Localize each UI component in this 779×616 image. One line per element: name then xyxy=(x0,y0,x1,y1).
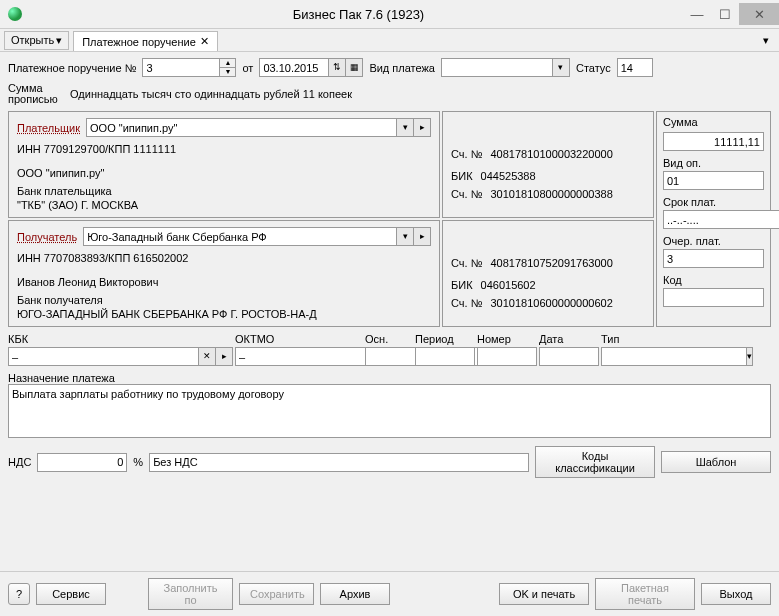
oktmo-input[interactable] xyxy=(235,347,381,366)
ocher-label: Очер. плат. xyxy=(663,235,764,247)
tab-close-icon[interactable]: ✕ xyxy=(200,35,209,48)
payee-bank-name: ЮГО-ЗАПАДНЫЙ БАНК СБЕРБАНКА РФ Г. РОСТОВ… xyxy=(17,308,431,320)
payee-lookup-icon[interactable]: ▸ xyxy=(414,227,431,246)
kbk-clear-icon[interactable]: ✕ xyxy=(199,347,216,366)
payer-label: Плательщик xyxy=(17,122,80,134)
tab-payment-order[interactable]: Платежное поручение ✕ xyxy=(73,31,218,51)
service-button[interactable]: Сервис xyxy=(36,583,106,605)
status-label: Статус xyxy=(576,62,611,74)
payee-dropdown-icon[interactable]: ▾ xyxy=(397,227,414,246)
doc-number-spinner[interactable]: ▲▼ xyxy=(220,58,236,77)
sum-words-label: Сумма прописью xyxy=(8,83,64,105)
payment-type-dropdown-icon[interactable]: ▾ xyxy=(553,58,570,77)
vid-op-input[interactable] xyxy=(663,171,764,190)
oktmo-label: ОКТМО xyxy=(235,333,363,345)
save-button[interactable]: Сохранить xyxy=(239,583,314,605)
payee-sch-value: 40817810752091763000 xyxy=(490,257,612,269)
help-button[interactable]: ? xyxy=(8,583,30,605)
payer-bik-value: 044525388 xyxy=(481,170,536,182)
nds-text-input[interactable] xyxy=(149,453,529,472)
doc-number-label: Платежное поручение № xyxy=(8,62,136,74)
template-button[interactable]: Шаблон xyxy=(661,451,771,473)
payer-dropdown-icon[interactable]: ▾ xyxy=(397,118,414,137)
doc-number-input[interactable] xyxy=(142,58,220,77)
payer-lookup-icon[interactable]: ▸ xyxy=(414,118,431,137)
tip-label: Тип xyxy=(601,333,649,345)
summa-input[interactable] xyxy=(663,132,764,151)
app-icon xyxy=(8,7,22,21)
payer-korr-label: Сч. № xyxy=(451,188,482,200)
payee-bik-value: 046015602 xyxy=(481,279,536,291)
date-input[interactable] xyxy=(259,58,329,77)
period-label: Период xyxy=(415,333,475,345)
payer-sch-value: 40817810100003220000 xyxy=(490,148,612,160)
batch-print-button[interactable]: Пакетная печать xyxy=(595,578,695,610)
payee-label: Получатель xyxy=(17,231,77,243)
open-button[interactable]: Открыть▾ xyxy=(4,31,69,50)
payee-inn-kpp: ИНН 7707083893/КПП 616502002 xyxy=(17,252,431,264)
period-input[interactable] xyxy=(415,347,475,366)
payee-bank-label: Банк получателя xyxy=(17,294,431,306)
from-label: от xyxy=(242,62,253,74)
payer-bik-label: БИК xyxy=(451,170,473,182)
status-input[interactable] xyxy=(617,58,653,77)
payment-type-input[interactable] xyxy=(441,58,553,77)
srok-input[interactable] xyxy=(663,210,779,229)
nomer-input[interactable] xyxy=(477,347,537,366)
classification-codes-button[interactable]: Коды классификации xyxy=(535,446,655,478)
payer-name: ООО "ипипип.ру" xyxy=(17,167,431,179)
nomer-label: Номер xyxy=(477,333,537,345)
payee-korr-label: Сч. № xyxy=(451,297,482,309)
payee-name: Иванов Леонид Викторович xyxy=(17,276,431,288)
kod-label: Код xyxy=(663,274,764,286)
tabbar-dropdown-icon[interactable]: ▾ xyxy=(757,34,775,47)
payer-bank-name: "ТКБ" (ЗАО) Г. МОСКВА xyxy=(17,199,431,211)
payer-korr-value: 30101810800000000388 xyxy=(490,188,612,200)
exit-button[interactable]: Выход xyxy=(701,583,771,605)
sum-words-value: Одиннадцать тысяч сто одиннадцать рублей… xyxy=(70,88,352,100)
nds-label: НДС xyxy=(8,456,31,468)
tip-input[interactable] xyxy=(601,347,747,366)
minimize-button[interactable]: — xyxy=(683,3,711,25)
maximize-button[interactable]: ☐ xyxy=(711,3,739,25)
calendar-icon[interactable]: ▦ xyxy=(346,58,363,77)
payer-inn-kpp: ИНН 7709129700/КПП 1111111 xyxy=(17,143,431,155)
osn-label: Осн. xyxy=(365,333,413,345)
nds-percent-input[interactable] xyxy=(37,453,127,472)
kbk-lookup-icon[interactable]: ▸ xyxy=(216,347,233,366)
data-label: Дата xyxy=(539,333,599,345)
srok-label: Срок плат. xyxy=(663,196,764,208)
ocher-input[interactable] xyxy=(663,249,764,268)
window-close-button[interactable]: ✕ xyxy=(739,3,779,25)
tip-dropdown-icon[interactable]: ▾ xyxy=(747,347,753,366)
window-title: Бизнес Пак 7.6 (1923) xyxy=(34,7,683,22)
summa-label: Сумма xyxy=(663,116,764,128)
payee-korr-value: 30101810600000000602 xyxy=(490,297,612,309)
date-stepper-icon[interactable]: ⇅ xyxy=(329,58,346,77)
data-input[interactable] xyxy=(539,347,599,366)
tab-label: Платежное поручение xyxy=(82,36,196,48)
kbk-input[interactable] xyxy=(8,347,199,366)
payee-sch-label: Сч. № xyxy=(451,257,482,269)
archive-button[interactable]: Архив xyxy=(320,583,390,605)
payer-sch-label: Сч. № xyxy=(451,148,482,160)
fill-by-button[interactable]: Заполнить по xyxy=(148,578,233,610)
kod-input[interactable] xyxy=(663,288,764,307)
payee-company-input[interactable] xyxy=(83,227,397,246)
kbk-label: КБК xyxy=(8,333,233,345)
payee-bik-label: БИК xyxy=(451,279,473,291)
payer-company-input[interactable] xyxy=(86,118,397,137)
purpose-label: Назначение платежа xyxy=(8,372,771,384)
purpose-textarea[interactable] xyxy=(8,384,771,438)
vid-op-label: Вид оп. xyxy=(663,157,764,169)
payment-type-label: Вид платежа xyxy=(369,62,435,74)
percent-sign: % xyxy=(133,456,143,468)
payer-bank-label: Банк плательщика xyxy=(17,185,431,197)
chevron-down-icon: ▾ xyxy=(56,34,62,47)
ok-print-button[interactable]: OK и печать xyxy=(499,583,589,605)
